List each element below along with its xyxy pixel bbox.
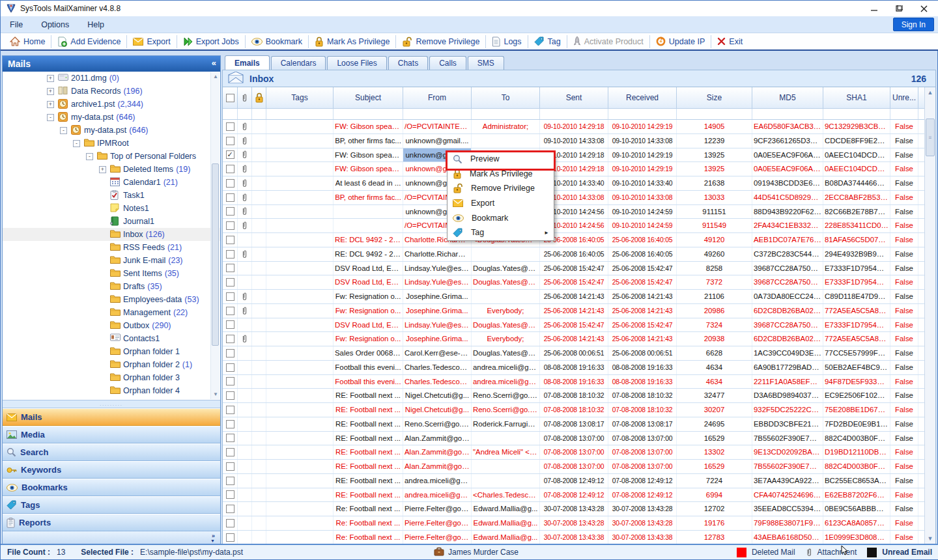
tree-item-archive1-pst-2-344[interactable]: +archive1.pst(2,344) — [3, 98, 220, 111]
header-column-tags[interactable]: Tags — [266, 87, 334, 108]
row-checkbox-cell[interactable] — [223, 176, 238, 190]
context-menu-item-export[interactable]: Export — [448, 196, 554, 211]
toolbar-button-bookmark[interactable]: Bookmark — [246, 35, 307, 49]
table-row[interactable]: RE: DCL 9492 - 2 - ...Charlotte.Richards… — [223, 233, 924, 247]
tree-scrollbar[interactable]: ▲ ▼ — [210, 72, 220, 399]
tree-scroll-down-icon[interactable]: ▼ — [211, 390, 220, 399]
toolbar-button-update-ip[interactable]: Update IP — [651, 35, 711, 49]
grid-scroll-thumb[interactable]: ≡ — [926, 119, 935, 156]
row-checkbox[interactable] — [226, 477, 234, 485]
table-row[interactable]: RE: Football next ...Alan.Zammit@go...."… — [223, 445, 924, 460]
row-checkbox[interactable] — [226, 320, 234, 329]
table-row[interactable]: BP, other firms fac.../O=PCVITAINTERN...… — [223, 191, 924, 205]
row-checkbox[interactable] — [226, 307, 234, 315]
row-checkbox-cell[interactable] — [223, 304, 238, 318]
tree-item-ipmroot[interactable]: -IPMRoot — [3, 137, 220, 150]
tree-item-2011-dmg-0[interactable]: +2011.dmg(0) — [3, 72, 220, 85]
table-row[interactable]: RE: Football next ...Nigel.Chetcuti@g...… — [223, 389, 924, 403]
row-checkbox[interactable] — [226, 519, 234, 527]
tree-item-my-data-pst-646[interactable]: -my-data.pst(646) — [3, 124, 220, 137]
row-checkbox-cell[interactable] — [223, 205, 238, 219]
sidebar-nav-reports[interactable]: Reports — [3, 514, 220, 531]
grid-scrollbar[interactable]: ▲ ≡ ▼ — [924, 87, 935, 544]
context-menu-item-tag[interactable]: Tag► — [448, 225, 554, 240]
row-checkbox-cell[interactable]: ✓ — [223, 148, 238, 162]
menu-file[interactable]: File — [1, 16, 32, 33]
tree-expander-icon[interactable]: - — [86, 153, 93, 160]
row-checkbox-cell[interactable] — [223, 445, 238, 459]
nav-more-icon[interactable]: » — [212, 533, 215, 539]
header-column-md5[interactable]: MD5 — [752, 87, 823, 108]
tree-item-rss-feeds-21[interactable]: RSS Feeds(21) — [3, 241, 220, 254]
context-menu-item-bookmark[interactable]: Bookmark — [448, 210, 554, 225]
tree-expander-icon[interactable]: + — [47, 101, 54, 108]
tree-item-orphan-folder-4[interactable]: Orphan folder 4 — [3, 384, 220, 397]
row-checkbox-cell[interactable] — [223, 488, 238, 502]
sidebar-splitter[interactable]: ......... — [3, 400, 220, 408]
table-row[interactable]: unknown@gmail....09-10-2010 14:24:5609-1… — [223, 205, 924, 219]
sidebar-nav-bookmarks[interactable]: Bookmarks — [3, 479, 220, 496]
table-row[interactable]: BP, other firms fac...unknown@gmail....0… — [223, 134, 924, 148]
sidebar-nav-keywords[interactable]: Keywords — [3, 461, 220, 479]
sidebar-nav-search[interactable]: Search — [3, 443, 220, 461]
tree-item-data-records-196[interactable]: +Data Records(196) — [3, 85, 220, 98]
row-checkbox-cell[interactable] — [223, 432, 238, 445]
tree-expander-icon[interactable]: + — [47, 75, 54, 82]
tree-item-deleted-items-19[interactable]: +Deleted Items(19) — [3, 163, 220, 176]
row-checkbox-cell[interactable] — [223, 318, 238, 332]
select-all-checkbox[interactable] — [226, 94, 234, 102]
row-checkbox[interactable] — [226, 264, 234, 272]
table-row[interactable]: DSV Road Ltd, Eur...Lindsay.Yule@ese-...… — [223, 318, 924, 333]
table-row[interactable]: FW: Gibson speak.../O=PCVITAINTERN...Adm… — [223, 120, 924, 134]
tree-item-orphan-folder-1[interactable]: Orphan folder 1 — [3, 345, 220, 358]
nav-down-icon[interactable]: ▼ — [210, 539, 215, 544]
row-checkbox-cell[interactable] — [223, 346, 238, 360]
row-checkbox-cell[interactable] — [223, 375, 238, 389]
row-checkbox-cell[interactable] — [223, 502, 238, 516]
row-checkbox[interactable] — [226, 165, 234, 173]
minimize-button[interactable] — [862, 1, 887, 16]
tab-emails[interactable]: Emails — [225, 55, 270, 70]
row-checkbox-cell[interactable] — [223, 219, 238, 232]
table-row[interactable]: RE: DCL 9492 - 2 - ...Charlotte.Richards… — [223, 247, 924, 262]
header-column-from[interactable]: From — [403, 87, 472, 108]
tree-expander-icon[interactable]: - — [73, 140, 80, 147]
header-column-unre[interactable]: Unre... — [890, 87, 918, 108]
row-checkbox[interactable] — [226, 221, 234, 230]
header-privilege-column[interactable] — [252, 87, 266, 108]
toolbar-button-exit[interactable]: Exit — [712, 35, 748, 49]
row-checkbox-cell[interactable] — [223, 361, 238, 374]
tree-item-top-of-personal-folders[interactable]: -Top of Personal Folders — [3, 150, 220, 163]
tree-item-management-22[interactable]: Management(22) — [3, 306, 220, 319]
row-checkbox-cell[interactable] — [223, 290, 238, 303]
toolbar-button-activate-product[interactable]: Activate Product — [568, 35, 649, 49]
table-row[interactable]: At least 6 dead in ...unknown@gmail....0… — [223, 176, 924, 191]
row-checkbox-cell[interactable] — [223, 247, 238, 261]
table-row[interactable]: Re: Football next ...Pierre.Felter@go.c.… — [223, 502, 924, 516]
toolbar-button-home[interactable]: Home — [5, 35, 50, 49]
maximize-button[interactable] — [887, 1, 911, 16]
toolbar-button-mark-as-privilege[interactable]: Mark As Privilege — [309, 35, 395, 49]
row-checkbox-cell[interactable] — [223, 403, 238, 417]
tree-scroll-up-icon[interactable]: ▲ — [211, 72, 220, 81]
row-checkbox-cell[interactable] — [223, 233, 238, 247]
tree-item-orphan-folder-3[interactable]: Orphan folder 3 — [3, 371, 220, 384]
tree-item-task1[interactable]: Task1 — [3, 189, 220, 202]
row-checkbox-cell[interactable] — [223, 474, 238, 488]
tab-sms[interactable]: SMS — [468, 56, 504, 70]
tab-calls[interactable]: Calls — [429, 56, 466, 70]
row-checkbox[interactable] — [226, 377, 234, 385]
header-column-size[interactable]: Size — [677, 87, 752, 108]
row-checkbox-cell[interactable] — [223, 191, 238, 204]
table-row[interactable]: RE: Football next ...andrea.miceli@go...… — [223, 474, 924, 488]
table-row[interactable]: RE: Football next ...Alan.Zammit@go....0… — [223, 460, 924, 474]
menu-options[interactable]: Options — [32, 16, 78, 33]
row-checkbox-cell[interactable] — [223, 120, 238, 133]
row-checkbox[interactable] — [226, 335, 234, 343]
row-checkbox-cell[interactable] — [223, 332, 238, 346]
tab-calendars[interactable]: Calendars — [271, 56, 326, 70]
row-checkbox[interactable] — [226, 462, 234, 471]
table-row[interactable]: RE: Football next ...Alan.Zammit@go....0… — [223, 432, 924, 446]
header-column-sent[interactable]: Sent — [540, 87, 608, 108]
toolbar-button-add-evidence[interactable]: Add Evidence — [52, 35, 126, 49]
